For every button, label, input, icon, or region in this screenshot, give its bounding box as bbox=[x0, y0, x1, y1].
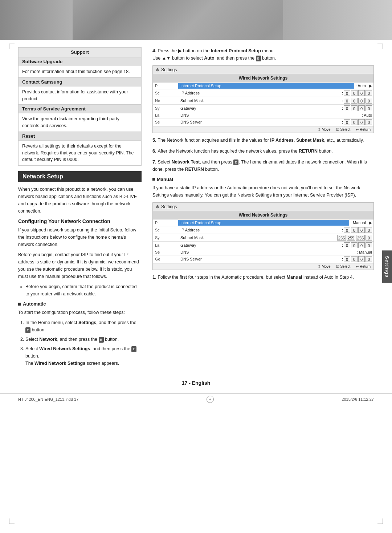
step-7-num: 7. bbox=[152, 159, 156, 165]
contact-samsung-heading: Contact Samsung bbox=[19, 77, 141, 86]
return-icon: ↩ bbox=[356, 128, 359, 132]
manual-heading: Manual bbox=[152, 177, 374, 182]
row-key-dns: DNS bbox=[178, 112, 360, 118]
settings-row-dns-auto: La DNS : Auto bbox=[153, 112, 373, 118]
settings-row-ip-manual: Sc IP Address : 0 0 0 0 bbox=[153, 226, 373, 234]
step-6: 6. After the Network function has acquir… bbox=[152, 148, 374, 155]
settings-panel-auto-header: ⊕ Settings bbox=[153, 66, 373, 74]
settings-label-auto: Settings bbox=[161, 67, 177, 72]
row-label-pi-auto: Pi bbox=[153, 83, 178, 89]
registration-mark-bottom: + bbox=[207, 396, 214, 403]
settings-row-gateway-manual: La Gateway : 0 0 0 0 bbox=[153, 242, 373, 249]
manual-label-text: Manual bbox=[157, 177, 173, 182]
row-label-la-m: La bbox=[153, 242, 178, 248]
settings-label-manual: Settings bbox=[161, 204, 177, 209]
square-bullet-icon bbox=[18, 303, 21, 306]
row-value-gateway: : 0 0 0 0 bbox=[340, 105, 373, 112]
configuring-bullets: Before you begin, confirm that the produ… bbox=[25, 283, 142, 298]
footer: HT-J4200_EN-ENG_1213.indd 17 + 2015/2/6 … bbox=[0, 393, 392, 405]
manual-step-1-num: 1. bbox=[152, 274, 156, 280]
corner-mark-bl bbox=[9, 518, 15, 524]
row-key-ips-manual: Internet Protocol Setup bbox=[178, 220, 349, 226]
terms-text: View the general disclaimer regarding th… bbox=[19, 113, 141, 132]
settings-footer-auto: ⇕ Move ☑ Select ↩ Return bbox=[153, 126, 373, 133]
step-4-text: Press the ▶ button on the Internet Proto… bbox=[152, 48, 276, 61]
corner-mark-br bbox=[377, 518, 383, 524]
row-key-ips-auto: Internet Protocol Setup bbox=[178, 83, 354, 89]
step-7: 7. Select Network Test, and then press E… bbox=[152, 158, 374, 173]
footer-file-info: HT-J4200_EN-ENG_1213.indd 17 bbox=[18, 397, 78, 401]
step-2: Select Network, and then press the E but… bbox=[25, 336, 142, 343]
row-label-se: Se bbox=[153, 119, 178, 125]
left-column: Support Software Upgrade For more inform… bbox=[18, 47, 142, 369]
step-7-text: Select Network Test, and then press E. T… bbox=[152, 160, 367, 172]
settings-row-ip-auto: Sc IP Address : 0 0 0 0 bbox=[153, 89, 373, 97]
row-label-ne: Ne bbox=[153, 98, 178, 104]
support-box: Support Software Upgrade For more inform… bbox=[18, 47, 142, 166]
step-5-text: The Network function acquires and fills … bbox=[158, 138, 364, 143]
settings-icon-manual: ⊕ bbox=[156, 204, 159, 209]
row-label-ge-m: Ge bbox=[153, 256, 178, 262]
row-key-ip: IP Address bbox=[178, 90, 340, 96]
enter-icon-4: E bbox=[256, 56, 261, 61]
enter-icon-1: E bbox=[25, 327, 30, 333]
settings-row-subnet-manual: Sy Subnet Mask : 255 255 255 0 bbox=[153, 234, 373, 242]
settings-panel-manual: ⊕ Settings Wired Network Settings Pi Int… bbox=[152, 202, 374, 270]
page-number: 17 - English bbox=[0, 380, 392, 386]
settings-panel-auto: ⊕ Settings Wired Network Settings Pi Int… bbox=[152, 65, 374, 133]
content-area: Support Software Upgrade For more inform… bbox=[0, 40, 392, 376]
step-6-text: After the Network function has acquired … bbox=[158, 149, 332, 154]
automatic-label: Automatic bbox=[18, 301, 142, 307]
row-key-ip-m: IP Address bbox=[178, 227, 340, 233]
row-value-ips-auto: : Auto bbox=[354, 83, 367, 89]
footer-date-info: 2015/2/6 11:12:27 bbox=[342, 397, 374, 401]
row-value-subnet: : 0 0 0 0 bbox=[340, 97, 373, 104]
row-key-gateway: Gateway bbox=[178, 105, 340, 111]
manual-step-1-text: Follow the first four steps in the Autom… bbox=[158, 275, 354, 280]
step-3: Select Wired Network Settings, and then … bbox=[25, 345, 142, 367]
select-icon: ☑ bbox=[336, 128, 339, 132]
move-icon-m: ⇕ bbox=[318, 265, 320, 268]
row-label-pi-m: Pi bbox=[153, 220, 178, 226]
automatic-label-text: Automatic bbox=[23, 301, 46, 307]
row-label-la: La bbox=[153, 112, 178, 118]
settings-panel-auto-title: Wired Network Settings bbox=[153, 74, 373, 82]
configuring-heading: Configuring Your Network Connection bbox=[18, 218, 142, 224]
step-4-num: 4. bbox=[152, 48, 156, 53]
network-setup-heading: Network Setup bbox=[18, 171, 142, 182]
row-key-gateway-m: Gateway bbox=[178, 242, 340, 248]
reset-heading: Reset bbox=[19, 132, 141, 141]
row-value-ips-manual: : Manual bbox=[349, 220, 367, 226]
square-bullet-icon-manual bbox=[152, 178, 155, 181]
row-value-dns-auto: : Auto bbox=[360, 112, 373, 118]
software-upgrade-text: For more information about this function… bbox=[19, 66, 141, 77]
settings-row-ips-auto: Pi Internet Protocol Setup : Auto ▶ bbox=[153, 82, 373, 89]
enter-icon-2: E bbox=[99, 337, 104, 343]
row-value-gateway-m: : 0 0 0 0 bbox=[340, 242, 373, 249]
settings-row-ips-manual: Pi Internet Protocol Setup : Manual ▶ bbox=[153, 219, 373, 226]
row-key-dnsserver-m: DNS Server bbox=[178, 256, 340, 262]
settings-panel-manual-title: Wired Network Settings bbox=[153, 211, 373, 219]
row-label-se-m: Se bbox=[153, 249, 178, 255]
software-upgrade-heading: Software Upgrade bbox=[19, 57, 141, 66]
row-label-sc: Sc bbox=[153, 90, 178, 96]
row-value-dnsserver: : 0 0 0 0 bbox=[340, 118, 373, 126]
settings-icon-auto: ⊕ bbox=[156, 67, 159, 72]
row-value-subnet-m: : 255 255 255 0 bbox=[334, 234, 373, 241]
row-key-dnsserver: DNS Server bbox=[178, 119, 340, 125]
row-value-dns-manual: : Manual bbox=[355, 249, 373, 255]
row-arrow-ips-auto: ▶ bbox=[367, 82, 373, 89]
contact-samsung-text: Provides contact information for assista… bbox=[19, 86, 141, 105]
row-label-sy-m: Sy bbox=[153, 235, 178, 241]
row-value-dnsserver-m: : 0 0 0 0 bbox=[340, 255, 373, 263]
configuring-bullet-1: Before you begin, confirm that the produ… bbox=[25, 283, 142, 298]
terms-heading: Terms of Service Agreement bbox=[19, 104, 141, 113]
manual-step-1: 1. Follow the first four steps in the Au… bbox=[152, 274, 374, 281]
right-column: 4. Press the ▶ button on the Internet Pr… bbox=[152, 47, 374, 369]
select-icon-m: ☑ bbox=[336, 265, 339, 268]
configuring-para2: Before you begin, contact your ISP to fi… bbox=[18, 251, 142, 280]
enter-icon-5: E bbox=[233, 160, 238, 165]
manual-intro: If you have a static IP address or the A… bbox=[152, 184, 374, 199]
row-key-subnet: Subnet Mask bbox=[178, 98, 340, 104]
header-image bbox=[0, 0, 392, 40]
